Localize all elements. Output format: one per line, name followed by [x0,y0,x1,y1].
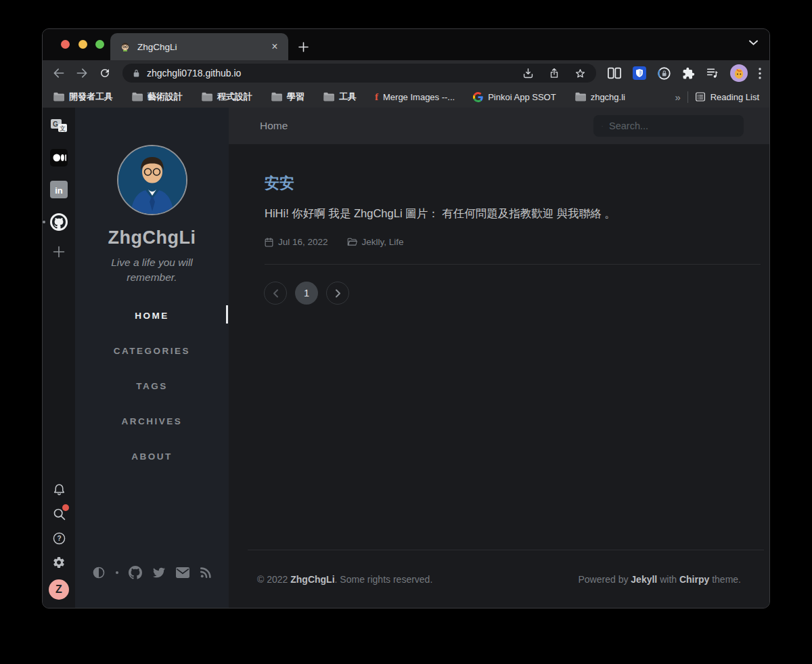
sidebar-item-categories[interactable]: CATEGORIES [75,334,229,369]
bookmarks-overflow-chevron[interactable]: » [675,91,680,103]
site-favicon [120,41,131,52]
privacy-lock-extension-icon[interactable] [657,66,671,81]
blog-sidebar: ZhgChgLi Live a life you will remember. … [75,108,229,608]
content-divider [265,264,761,265]
browser-tab[interactable]: ZhgChgLi × [110,33,288,60]
folder-open-icon [347,238,357,246]
post-excerpt: HiHi! 你好啊 我是 ZhgChgLi 圖片： 有任何問題及指教歡迎 與我聯… [265,206,737,221]
zoom-window-button[interactable] [95,40,104,49]
bookmark-merge-images[interactable]: f Merge Images --... [375,91,455,103]
notification-badge [62,504,69,511]
calendar-icon [265,238,273,247]
profile-avatar[interactable] [730,64,748,82]
desktop-background: ZhgChgLi × [0,0,812,664]
post-categories[interactable]: Jeklly, Life [347,237,404,247]
browser-menu-kebab-icon[interactable] [759,68,761,79]
reload-icon[interactable] [95,64,114,83]
media-playlist-icon[interactable] [706,67,719,79]
breadcrumb[interactable]: Home [260,120,288,132]
current-page-button[interactable]: 1 [295,282,318,305]
sidebar-item-about[interactable]: ABOUT [75,439,229,474]
main-panel: Home 安安 HiHi! 你好啊 我是 ZhgChgLi 圖片： 有任何問題及… [229,108,769,608]
svg-text:in: in [55,185,63,196]
separator-dot [116,571,118,574]
chirpy-link[interactable]: Chirpy [679,574,709,585]
back-icon[interactable] [49,64,68,83]
minimize-window-button[interactable] [78,40,87,49]
jekyll-link[interactable]: Jekyll [631,574,657,585]
active-nav-indicator [226,305,228,324]
search-input[interactable] [609,120,736,131]
reading-list-button[interactable]: Reading List [695,91,759,102]
medium-tab-icon[interactable] [50,149,68,167]
browser-toolbar: zhgchgli0718.github.io [43,60,769,86]
tab-title: ZhgChgLi [137,42,261,52]
bookmark-folder-zhgchgli[interactable]: zhgchg.li [574,92,625,102]
pagination: 1 [264,282,769,305]
folder-icon [53,92,64,102]
github-tab-icon[interactable] [49,213,68,231]
split-view-icon[interactable] [607,66,622,80]
page-footer: © 2022 ZhgChgLi. Some rights reserved. P… [229,550,769,608]
bookmark-folder-art[interactable]: 藝術設計 [131,91,183,103]
sidebar-social-row [92,566,212,608]
window-controls [61,40,104,49]
bookmark-folder-devtools[interactable]: 開發者工具 [53,91,113,103]
bookmark-folder-learning[interactable]: 學習 [271,91,304,103]
site-search[interactable] [593,115,744,137]
google-translate-tab-icon[interactable]: G 文 [50,117,68,135]
copyright-text: © 2022 ZhgChgLi. Some rights reserved. [257,574,432,585]
footer-site-name: ZhgChgLi [290,574,334,585]
tab-search-chevron-icon[interactable] [748,39,759,46]
bookmark-pinkoi-app-ssot[interactable]: Pinkoi App SSOT [473,92,556,102]
f-letter-icon: f [375,91,378,103]
bitwarden-extension-icon[interactable] [633,66,646,80]
new-tab-button[interactable] [294,37,313,56]
vertical-tab-rail: G 文 in [43,108,75,608]
settings-gear-icon[interactable] [52,556,66,569]
add-tab-plus-icon[interactable] [53,246,65,258]
sidebar-item-home[interactable]: HOME [75,298,229,334]
extensions-puzzle-icon[interactable] [682,67,695,80]
linkedin-tab-icon[interactable]: in [50,181,68,198]
sidebar-item-tags[interactable]: TAGS [75,369,229,404]
lock-icon[interactable] [132,68,141,79]
search-icon [602,121,603,131]
bookmark-folder-tools[interactable]: 工具 [323,91,357,103]
folder-icon [574,92,586,102]
folder-icon [131,92,143,102]
site-title[interactable]: ZhgChgLi [108,227,196,248]
rail-search-icon[interactable] [52,507,66,521]
site-tagline: Live a life you will remember. [95,255,210,286]
close-window-button[interactable] [61,40,70,49]
post-preview: 安安 HiHi! 你好啊 我是 ZhgChgLi 圖片： 有任何問題及指教歡迎 … [229,144,769,247]
reading-list-icon [695,91,706,102]
notifications-bell-icon[interactable] [52,483,66,497]
bookmark-folder-programming[interactable]: 程式設計 [201,91,252,103]
active-tab-dot [43,221,45,223]
address-bar[interactable]: zhgchgli0718.github.io [122,64,596,83]
page-topbar: Home [229,108,769,144]
help-icon[interactable]: ? [52,531,66,546]
next-page-button[interactable] [326,282,349,305]
post-title-link[interactable]: 安安 [265,173,737,194]
svg-text:文: 文 [60,125,66,132]
forward-icon[interactable] [72,64,91,83]
bookmark-star-icon[interactable] [574,67,587,80]
rss-link-icon[interactable] [200,567,212,579]
profile-photo-avatar[interactable] [117,145,187,215]
folder-icon [323,92,334,102]
folder-icon [271,92,282,102]
theme-toggle-icon[interactable] [92,566,106,579]
bookmarks-divider [687,91,688,103]
github-link-icon[interactable] [129,566,142,579]
twitter-link-icon[interactable] [152,567,166,579]
sidebar-item-archives[interactable]: ARCHIVES [75,404,229,439]
svg-text:G: G [53,120,58,128]
previous-page-button[interactable] [264,282,287,305]
share-icon[interactable] [548,67,560,80]
tab-close-icon[interactable]: × [268,40,281,53]
download-icon[interactable] [522,67,535,80]
user-profile-avatar[interactable]: Z [49,579,69,600]
email-link-icon[interactable] [176,567,189,578]
